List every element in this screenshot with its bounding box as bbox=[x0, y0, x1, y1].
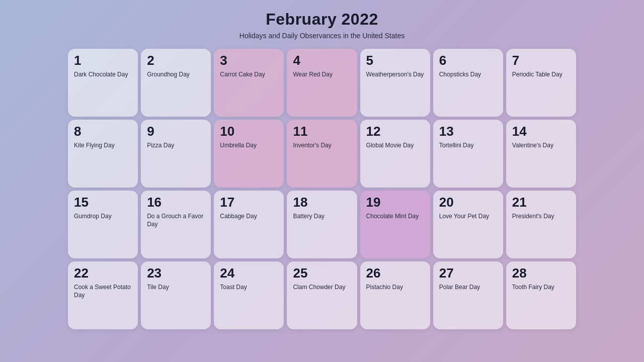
day-cell: 28Tooth Fairy Day bbox=[506, 261, 576, 329]
day-name: Clam Chowder Day bbox=[293, 284, 351, 292]
day-name: Battery Day bbox=[293, 213, 351, 221]
day-number: 26 bbox=[366, 266, 424, 280]
day-cell: 8Kite Flying Day bbox=[68, 120, 138, 188]
day-number: 7 bbox=[512, 54, 570, 67]
day-cell: 16Do a Grouch a Favor Day bbox=[141, 191, 211, 258]
day-number: 27 bbox=[439, 266, 497, 280]
day-cell: 15Gumdrop Day bbox=[68, 191, 138, 258]
day-name: Pistachio Day bbox=[366, 284, 424, 292]
day-name: Global Movie Day bbox=[366, 142, 424, 150]
day-cell: 7Periodic Table Day bbox=[506, 49, 576, 117]
day-cell: 17Cabbage Day bbox=[214, 191, 284, 258]
day-cell: 3Carrot Cake Day bbox=[214, 49, 284, 117]
day-name: Do a Grouch a Favor Day bbox=[147, 213, 205, 228]
day-number: 14 bbox=[512, 125, 570, 138]
day-cell: 22Cook a Sweet Potato Day bbox=[68, 261, 138, 329]
day-name: Toast Day bbox=[220, 284, 278, 292]
day-cell: 4Wear Red Day bbox=[287, 49, 357, 117]
day-cell: 25Clam Chowder Day bbox=[287, 261, 357, 329]
day-number: 24 bbox=[220, 266, 278, 280]
day-name: Cabbage Day bbox=[220, 213, 278, 221]
day-name: Carrot Cake Day bbox=[220, 71, 278, 79]
day-number: 25 bbox=[293, 266, 351, 280]
day-name: Weatherperson's Day bbox=[366, 71, 424, 79]
day-cell: 20Love Your Pet Day bbox=[433, 191, 503, 258]
day-number: 15 bbox=[74, 196, 132, 209]
day-name: Umbrella Day bbox=[220, 142, 278, 150]
day-number: 1 bbox=[74, 54, 132, 67]
page-subtitle: Holidays and Daily Observances in the Un… bbox=[239, 32, 405, 40]
day-name: Gumdrop Day bbox=[74, 213, 132, 221]
day-number: 28 bbox=[512, 266, 570, 280]
day-cell: 1Dark Chocolate Day bbox=[68, 49, 138, 117]
day-name: Kite Flying Day bbox=[74, 142, 132, 150]
day-name: Valentine's Day bbox=[512, 142, 570, 150]
day-number: 2 bbox=[147, 54, 205, 67]
day-cell: 5Weatherperson's Day bbox=[360, 49, 430, 117]
day-cell: 21President's Day bbox=[506, 191, 576, 258]
day-cell: 23Tile Day bbox=[141, 261, 211, 329]
day-cell: 18Battery Day bbox=[287, 191, 357, 258]
day-number: 9 bbox=[147, 125, 205, 138]
day-number: 20 bbox=[439, 196, 497, 209]
day-name: Dark Chocolate Day bbox=[74, 71, 132, 79]
day-name: Tooth Fairy Day bbox=[512, 284, 570, 292]
day-number: 12 bbox=[366, 125, 424, 138]
day-name: Chopsticks Day bbox=[439, 71, 497, 79]
day-cell: 10Umbrella Day bbox=[214, 120, 284, 188]
day-number: 8 bbox=[74, 125, 132, 138]
day-number: 19 bbox=[366, 196, 424, 209]
day-name: Love Your Pet Day bbox=[439, 213, 497, 221]
day-number: 4 bbox=[293, 54, 351, 67]
day-name: Periodic Table Day bbox=[512, 71, 570, 79]
day-name: Cook a Sweet Potato Day bbox=[74, 284, 132, 299]
page-title: February 2022 bbox=[239, 10, 405, 29]
day-cell: 6Chopsticks Day bbox=[433, 49, 503, 117]
day-number: 18 bbox=[293, 196, 351, 209]
day-cell: 11Inventor's Day bbox=[287, 120, 357, 188]
day-name: Chocolate Mint Day bbox=[366, 213, 424, 221]
day-name: Tortellini Day bbox=[439, 142, 497, 150]
day-number: 5 bbox=[366, 54, 424, 67]
day-number: 16 bbox=[147, 196, 205, 209]
day-number: 21 bbox=[512, 196, 570, 209]
day-name: Inventor's Day bbox=[293, 142, 351, 150]
day-name: Wear Red Day bbox=[293, 71, 351, 79]
day-number: 23 bbox=[147, 266, 205, 280]
day-number: 22 bbox=[74, 266, 132, 280]
day-name: Tile Day bbox=[147, 284, 205, 292]
day-name: President's Day bbox=[512, 213, 570, 221]
day-name: Pizza Day bbox=[147, 142, 205, 150]
page-header: February 2022 Holidays and Daily Observa… bbox=[239, 10, 405, 40]
day-cell: 13Tortellini Day bbox=[433, 120, 503, 188]
day-cell: 12Global Movie Day bbox=[360, 120, 430, 188]
day-number: 11 bbox=[293, 125, 351, 138]
day-cell: 24Toast Day bbox=[214, 261, 284, 329]
day-cell: 19Chocolate Mint Day bbox=[360, 191, 430, 258]
day-cell: 26Pistachio Day bbox=[360, 261, 430, 329]
day-number: 6 bbox=[439, 54, 497, 67]
day-cell: 9Pizza Day bbox=[141, 120, 211, 188]
day-number: 17 bbox=[220, 196, 278, 209]
calendar-grid: 1Dark Chocolate Day2Groundhog Day3Carrot… bbox=[68, 49, 576, 329]
day-number: 3 bbox=[220, 54, 278, 67]
day-name: Polar Bear Day bbox=[439, 284, 497, 292]
day-name: Groundhog Day bbox=[147, 71, 205, 79]
day-cell: 2Groundhog Day bbox=[141, 49, 211, 117]
day-number: 10 bbox=[220, 125, 278, 138]
day-cell: 27Polar Bear Day bbox=[433, 261, 503, 329]
day-cell: 14Valentine's Day bbox=[506, 120, 576, 188]
day-number: 13 bbox=[439, 125, 497, 138]
